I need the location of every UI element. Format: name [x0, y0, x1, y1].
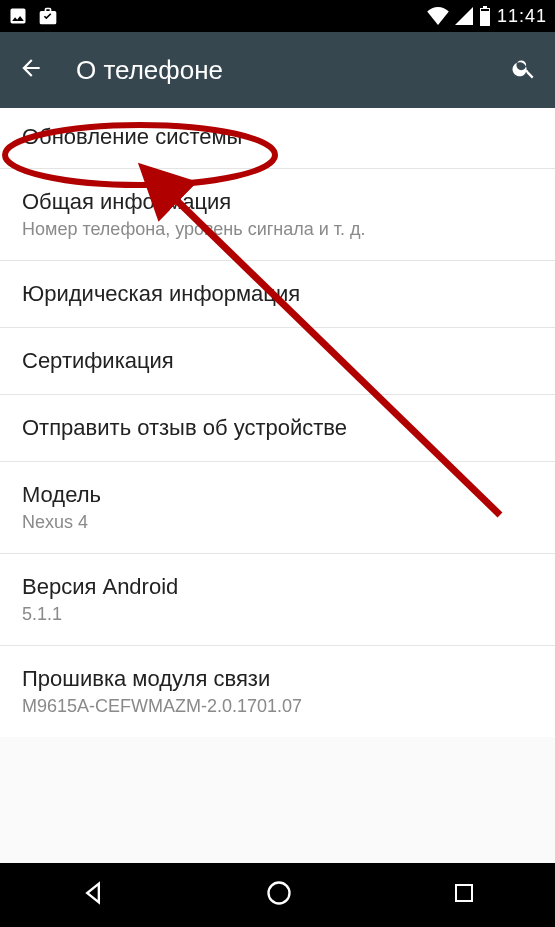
list-item-android-version[interactable]: Версия Android 5.1.1 [0, 554, 555, 646]
list-item-baseband[interactable]: Прошивка модуля связи M9615A-CEFWMAZM-2.… [0, 646, 555, 737]
settings-list: Обновление системы Общая информация Номе… [0, 108, 555, 737]
svg-rect-4 [456, 885, 472, 901]
list-item-title: Общая информация [22, 189, 533, 215]
list-item-title: Версия Android [22, 574, 533, 600]
battery-icon [479, 6, 491, 26]
play-store-icon [38, 6, 58, 26]
page-title: О телефоне [76, 55, 223, 86]
cell-signal-icon [455, 7, 473, 25]
list-item-general-info[interactable]: Общая информация Номер телефона, уровень… [0, 169, 555, 261]
list-item-title: Юридическая информация [22, 281, 533, 307]
nav-home-button[interactable] [265, 879, 293, 911]
list-item-model[interactable]: Модель Nexus 4 [0, 462, 555, 554]
navigation-bar [0, 863, 555, 927]
list-item-title: Отправить отзыв об устройстве [22, 415, 533, 441]
list-item-title: Прошивка модуля связи [22, 666, 533, 692]
list-item-subtitle: 5.1.1 [22, 604, 533, 625]
status-bar: 11:41 [0, 0, 555, 32]
svg-rect-0 [481, 9, 489, 11]
search-button[interactable] [511, 55, 537, 85]
nav-back-button[interactable] [79, 879, 107, 911]
list-item-subtitle: Nexus 4 [22, 512, 533, 533]
image-icon [8, 6, 28, 26]
back-button[interactable] [18, 55, 44, 85]
list-item-title: Сертификация [22, 348, 533, 374]
list-item-title: Обновление системы [22, 124, 533, 150]
list-item-system-update[interactable]: Обновление системы [0, 108, 555, 169]
svg-point-3 [269, 883, 290, 904]
app-bar: О телефоне [0, 32, 555, 108]
list-item-subtitle: M9615A-CEFWMAZM-2.0.1701.07 [22, 696, 533, 717]
wifi-icon [427, 7, 449, 25]
list-item-send-feedback[interactable]: Отправить отзыв об устройстве [0, 395, 555, 462]
list-item-legal-info[interactable]: Юридическая информация [0, 261, 555, 328]
status-time: 11:41 [497, 6, 547, 27]
list-item-title: Модель [22, 482, 533, 508]
list-item-certification[interactable]: Сертификация [0, 328, 555, 395]
list-item-subtitle: Номер телефона, уровень сигнала и т. д. [22, 219, 533, 240]
nav-recent-button[interactable] [452, 881, 476, 909]
